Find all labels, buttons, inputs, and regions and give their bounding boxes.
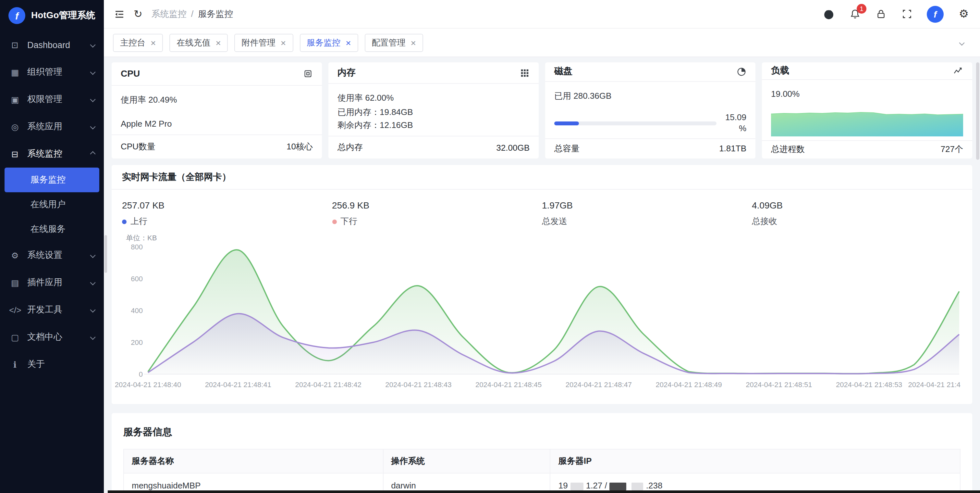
sidebar-item-system-monitor[interactable]: ⊟系统监控 bbox=[0, 140, 104, 168]
memory-card-title: 内存 bbox=[337, 67, 356, 78]
disk-footer-label: 总容量 bbox=[554, 143, 579, 155]
fullscreen-icon[interactable] bbox=[901, 8, 913, 20]
svg-text:200: 200 bbox=[131, 338, 143, 346]
top-header: ↻ 系统监控 / 服务监控 1 f bbox=[104, 0, 980, 29]
notifications-bell-icon[interactable]: 1 bbox=[849, 8, 861, 20]
tab-label: 附件管理 bbox=[242, 37, 275, 48]
about-icon: ℹ bbox=[9, 359, 21, 369]
tab-config[interactable]: 配置管理× bbox=[365, 34, 423, 52]
ip-redacted-block bbox=[571, 482, 584, 490]
tab-close-icon[interactable]: × bbox=[215, 38, 221, 47]
column-header-0: 服务器名称 bbox=[124, 449, 383, 473]
main-column: ↻ 系统监控 / 服务监控 1 f bbox=[104, 0, 980, 493]
dashboard-icon: ⊡ bbox=[9, 40, 21, 50]
disk-pie-icon bbox=[737, 67, 746, 77]
net-stat-value: 4.09GB bbox=[752, 200, 962, 211]
sidebar-item-docs[interactable]: ▢文档中心 bbox=[0, 324, 104, 351]
sidebar-item-permission[interactable]: ▣权限管理 bbox=[0, 86, 104, 113]
net-stat-value: 1.97GB bbox=[542, 200, 752, 211]
sidebar-submenu: 服务监控在线用户在线服务 bbox=[0, 168, 104, 242]
net-stat-label-row: 上行 bbox=[122, 215, 332, 227]
sidebar-item-label: 关于 bbox=[27, 359, 45, 370]
page-scrollbar-thumb[interactable] bbox=[976, 62, 979, 160]
sidebar-subitem-online-users[interactable]: 在线用户 bbox=[0, 192, 104, 217]
notification-badge: 1 bbox=[857, 3, 866, 13]
server-os-cell: darwin bbox=[383, 473, 550, 493]
sidebar-item-devtools[interactable]: </>开发工具 bbox=[0, 296, 104, 324]
net-stat-label: 总发送 bbox=[542, 215, 567, 227]
chevron-down-icon bbox=[90, 97, 96, 102]
sidebar-menu: ⊡Dashboard▦组织管理▣权限管理◎系统应用⊟系统监控服务监控在线用户在线… bbox=[0, 31, 104, 378]
net-stat-value: 256.9 KB bbox=[332, 200, 542, 211]
refresh-icon[interactable]: ↻ bbox=[134, 9, 142, 19]
lock-screen-icon[interactable] bbox=[875, 8, 886, 20]
net-stat-label: 总接收 bbox=[752, 215, 777, 227]
svg-text:2024-04-21 21:48:40: 2024-04-21 21:48:40 bbox=[115, 381, 181, 389]
tab-online-recharge[interactable]: 在线充值× bbox=[169, 34, 228, 52]
tabs-dropdown-button[interactable] bbox=[953, 34, 971, 52]
chevron-down-icon bbox=[90, 42, 96, 48]
net-stat-value: 257.07 KB bbox=[122, 200, 332, 211]
disk-progress-fill bbox=[554, 121, 579, 125]
server-info-card: 服务器信息 服务器名称操作系统服务器IP mengshuaideMBPdarwi… bbox=[111, 413, 972, 493]
user-avatar[interactable]: f bbox=[927, 6, 943, 22]
svg-text:600: 600 bbox=[131, 275, 143, 283]
network-traffic-chart: 单位：KB02004006008002024-04-21 21:48:40202… bbox=[111, 229, 972, 403]
devtools-icon: </> bbox=[9, 305, 21, 315]
sidebar: f HotGo管理系统 ⊡Dashboard▦组织管理▣权限管理◎系统应用⊟系统… bbox=[0, 0, 104, 493]
sidebar-collapse-icon[interactable] bbox=[114, 9, 125, 19]
breadcrumb-separator: / bbox=[191, 9, 194, 19]
sidebar-subitem-online-services[interactable]: 在线服务 bbox=[0, 217, 104, 242]
sidebar-subitem-service-monitor[interactable]: 服务监控 bbox=[5, 168, 99, 192]
sidebar-item-label: 文档中心 bbox=[27, 331, 62, 343]
cpu-card-title: CPU bbox=[121, 69, 140, 79]
tab-console[interactable]: 主控台× bbox=[113, 34, 163, 52]
tab-attachments[interactable]: 附件管理× bbox=[235, 34, 293, 52]
chevron-up-icon bbox=[90, 152, 96, 157]
sidebar-item-system-settings[interactable]: ⚙系统设置 bbox=[0, 242, 104, 269]
breadcrumb-parent[interactable]: 系统监控 bbox=[151, 8, 186, 20]
disk-percent: 15.09 % bbox=[723, 112, 746, 134]
sidebar-item-about[interactable]: ℹ关于 bbox=[0, 351, 104, 378]
settings-gear-icon[interactable]: ⚙ bbox=[958, 8, 970, 20]
sidebar-item-dashboard[interactable]: ⊡Dashboard bbox=[0, 31, 104, 59]
chevron-down-icon bbox=[90, 307, 96, 313]
sidebar-item-organization[interactable]: ▦组织管理 bbox=[0, 59, 104, 86]
legend-dot-icon bbox=[122, 219, 127, 224]
tab-bar: 主控台×在线充值×附件管理×服务监控×配置管理× bbox=[104, 29, 980, 57]
content-scrollbar-thumb[interactable] bbox=[105, 235, 107, 273]
tab-close-icon[interactable]: × bbox=[345, 38, 351, 47]
svg-text:400: 400 bbox=[131, 306, 143, 315]
disk-card-title: 磁盘 bbox=[554, 66, 573, 78]
net-stat-2: 1.97GB总发送 bbox=[542, 200, 752, 227]
sidebar-item-system-apps[interactable]: ◎系统应用 bbox=[0, 113, 104, 140]
github-icon[interactable] bbox=[823, 8, 835, 20]
load-footer-value: 727个 bbox=[941, 144, 963, 156]
stat-cards-row: CPU 使用率 20.49% Apple M2 Pro CPU数量 10核心 bbox=[111, 62, 972, 158]
tab-list: 主控台×在线充值×附件管理×服务监控×配置管理× bbox=[113, 34, 423, 52]
viewport-cutoff-strip bbox=[108, 490, 980, 493]
svg-text:0: 0 bbox=[139, 370, 143, 378]
net-stat-label-row: 总发送 bbox=[542, 215, 752, 227]
memory-card: 内存 使用率 62.00% 已用内存：19.84GB 剩余内存：12.16GB … bbox=[328, 62, 539, 158]
svg-text:2024-04-21 21:48:41: 2024-04-21 21:48:41 bbox=[205, 381, 271, 389]
tab-close-icon[interactable]: × bbox=[151, 38, 156, 47]
sidebar-item-label: 权限管理 bbox=[27, 94, 62, 105]
sidebar-item-plugins[interactable]: ▤插件应用 bbox=[0, 269, 104, 296]
apps-icon: ◎ bbox=[9, 122, 21, 132]
net-stat-1: 256.9 KB下行 bbox=[332, 200, 542, 227]
settings-icon: ⚙ bbox=[9, 250, 21, 260]
sidebar-item-label: 系统设置 bbox=[27, 249, 62, 261]
tab-close-icon[interactable]: × bbox=[281, 38, 286, 47]
tab-service-monitor[interactable]: 服务监控× bbox=[299, 34, 358, 52]
app-logo[interactable]: f HotGo管理系统 bbox=[0, 0, 104, 31]
tab-close-icon[interactable]: × bbox=[411, 38, 416, 47]
progress-track bbox=[554, 121, 716, 125]
chevron-down-icon bbox=[90, 70, 96, 75]
load-card: 负载 19.00% 总进程数 727个 bbox=[762, 62, 972, 158]
cpu-card: CPU 使用率 20.49% Apple M2 Pro CPU数量 10核心 bbox=[111, 62, 322, 158]
net-stat-label-row: 总接收 bbox=[752, 215, 962, 227]
chevron-down-icon bbox=[90, 280, 96, 286]
net-stat-label-row: 下行 bbox=[332, 215, 542, 227]
tab-label: 主控台 bbox=[120, 37, 145, 48]
